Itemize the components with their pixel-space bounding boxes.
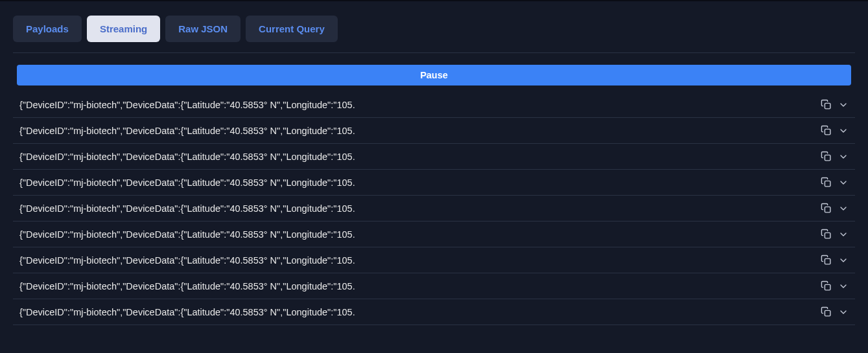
payload-text: {"DeviceID":"mj-biotech","DeviceData":{"… [17,177,355,188]
copy-icon[interactable] [821,280,832,291]
payload-text: {"DeviceID":"mj-biotech","DeviceData":{"… [17,100,355,110]
list-item: {"DeviceID":"mj-biotech","DeviceData":{"… [13,299,855,325]
row-actions [821,280,851,291]
tab-streaming[interactable]: Streaming [87,16,160,42]
payload-text: {"DeviceID":"mj-biotech","DeviceData":{"… [17,255,355,266]
list-item: {"DeviceID":"mj-biotech","DeviceData":{"… [13,170,855,196]
copy-icon[interactable] [821,177,832,188]
list-item: {"DeviceID":"mj-biotech","DeviceData":{"… [13,273,855,299]
list-item: {"DeviceID":"mj-biotech","DeviceData":{"… [13,196,855,222]
payload-text: {"DeviceID":"mj-biotech","DeviceData":{"… [17,152,355,162]
copy-icon[interactable] [821,151,832,162]
row-actions [821,203,851,214]
chevron-down-icon[interactable] [838,203,849,214]
svg-rect-2 [825,155,830,161]
payload-text: {"DeviceID":"mj-biotech","DeviceData":{"… [17,229,355,240]
payload-text: {"DeviceID":"mj-biotech","DeviceData":{"… [17,126,355,136]
copy-icon[interactable] [821,255,832,266]
row-actions [821,99,851,110]
row-actions [821,306,851,317]
svg-rect-4 [825,207,830,212]
svg-rect-3 [825,181,830,187]
copy-icon[interactable] [821,229,832,240]
tab-raw-json[interactable]: Raw JSON [165,16,240,42]
row-actions [821,177,851,188]
chevron-down-icon[interactable] [838,255,849,266]
chevron-down-icon[interactable] [838,307,849,317]
chevron-down-icon[interactable] [838,100,849,110]
copy-icon[interactable] [821,125,832,136]
row-actions [821,229,851,240]
payload-text: {"DeviceID":"mj-biotech","DeviceData":{"… [17,307,355,317]
row-actions [821,151,851,162]
payload-list: {"DeviceID":"mj-biotech","DeviceData":{"… [13,92,855,325]
list-item: {"DeviceID":"mj-biotech","DeviceData":{"… [13,222,855,247]
pause-button[interactable]: Pause [17,65,851,85]
list-item: {"DeviceID":"mj-biotech","DeviceData":{"… [13,247,855,273]
svg-rect-0 [825,103,830,109]
svg-rect-8 [825,310,830,316]
copy-icon[interactable] [821,306,832,317]
payload-text: {"DeviceID":"mj-biotech","DeviceData":{"… [17,281,355,291]
tabs-bar: Payloads Streaming Raw JSON Current Quer… [13,1,855,53]
row-actions [821,255,851,266]
chevron-down-icon[interactable] [838,126,849,136]
chevron-down-icon[interactable] [838,229,849,240]
payload-text: {"DeviceID":"mj-biotech","DeviceData":{"… [17,203,355,214]
row-actions [821,125,851,136]
copy-icon[interactable] [821,203,832,214]
chevron-down-icon[interactable] [838,177,849,188]
list-item: {"DeviceID":"mj-biotech","DeviceData":{"… [13,144,855,170]
svg-rect-5 [825,233,830,238]
chevron-down-icon[interactable] [838,281,849,291]
svg-rect-6 [825,258,830,264]
tab-current-query[interactable]: Current Query [246,16,338,42]
tab-payloads[interactable]: Payloads [13,16,82,42]
chevron-down-icon[interactable] [838,152,849,162]
svg-rect-7 [825,284,830,290]
list-item: {"DeviceID":"mj-biotech","DeviceData":{"… [13,118,855,144]
svg-rect-1 [825,129,830,135]
list-item: {"DeviceID":"mj-biotech","DeviceData":{"… [13,92,855,118]
copy-icon[interactable] [821,99,832,110]
